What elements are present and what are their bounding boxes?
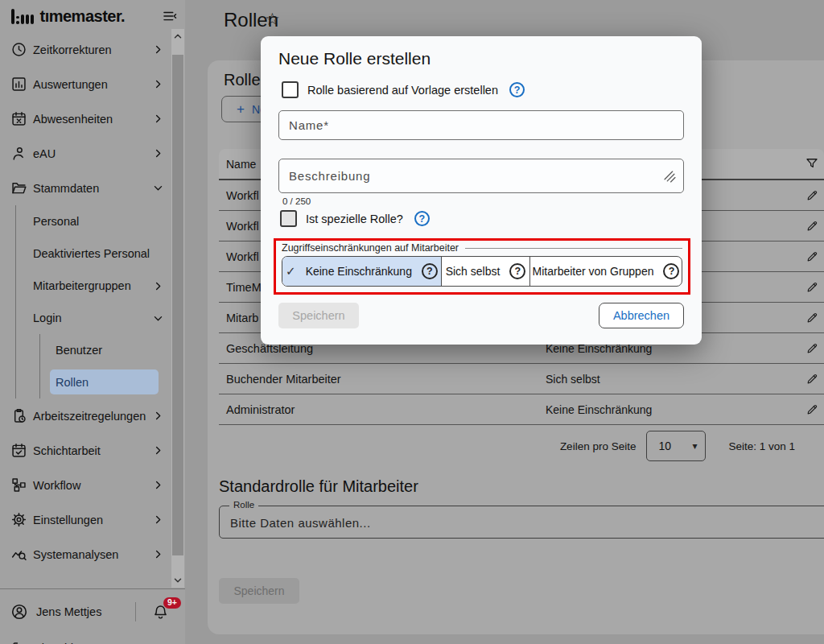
- person-icon: [10, 145, 27, 162]
- resize-handle-icon[interactable]: [664, 171, 676, 183]
- role-description-field: [278, 159, 684, 193]
- chevron-right-icon: [152, 43, 164, 56]
- standard-role-title: Standardrolle für Mitarbeiter: [219, 477, 418, 496]
- new-role-dialog: Neue Rolle erstellen Rolle basierend auf…: [261, 36, 702, 345]
- caret-down-icon: ▾: [692, 440, 697, 452]
- chevron-right-icon: [152, 280, 164, 292]
- bar-chart-icon: [10, 76, 27, 93]
- chevron-right-icon: [152, 479, 164, 491]
- rows-per-page-label: Zeilen pro Seite: [560, 440, 637, 452]
- pagination: Zeilen pro Seite 10 ▾ Seite: 1 von 1: [560, 421, 795, 471]
- rows-per-page-select[interactable]: 10 ▾: [646, 431, 706, 461]
- restrictions-highlight-box: Zugriffseinschränkungen auf Mitarbeiter …: [274, 238, 690, 295]
- help-icon[interactable]: ?: [663, 263, 679, 279]
- sidebar-item-benutzer[interactable]: Benutzer: [0, 334, 185, 366]
- dialog-title: Neue Rolle erstellen: [278, 49, 431, 68]
- scroll-up-icon[interactable]: [173, 31, 183, 41]
- restriction-option-keine-einschraenkung[interactable]: ✓ Keine Einschränkung ?: [282, 257, 441, 286]
- chevron-down-icon: [152, 182, 164, 194]
- edit-pencil-icon[interactable]: [805, 188, 819, 202]
- edit-pencil-icon[interactable]: [805, 402, 819, 416]
- sidebar-item-systemanalysen[interactable]: Systemanalysen: [0, 537, 185, 572]
- sidebar-collapse-icon[interactable]: [162, 8, 178, 24]
- restriction-option-sich-selbst[interactable]: Sich selbst ?: [441, 257, 529, 286]
- chevron-right-icon: [152, 444, 164, 456]
- edit-pencil-icon[interactable]: [805, 219, 819, 233]
- chevron-right-icon: [152, 113, 164, 125]
- restriction-option-mitarbeiter-von-gruppen[interactable]: Mitarbeiter von Gruppen ?: [529, 257, 682, 286]
- standard-role-save-button[interactable]: Speichern: [219, 578, 299, 604]
- user-divider: [135, 602, 136, 621]
- workflow-icon: [10, 477, 27, 493]
- scrollbar-thumb[interactable]: [172, 55, 183, 555]
- standard-role-select-label: Rolle: [229, 500, 258, 510]
- user-menu[interactable]: Jens Mettjes 9+: [0, 597, 185, 626]
- sidebar-item-eau[interactable]: eAU: [0, 136, 185, 171]
- edit-pencil-icon[interactable]: [805, 311, 819, 324]
- scroll-down-icon[interactable]: [173, 576, 183, 585]
- help-icon[interactable]: ?: [422, 263, 438, 279]
- sidebar-item-einstellungen[interactable]: Einstellungen: [0, 502, 185, 537]
- timemaster-logo-icon: [11, 9, 34, 24]
- sidebar-item-deaktiviertes-personal[interactable]: Deaktiviertes Personal: [0, 237, 185, 270]
- edit-pencil-icon[interactable]: [805, 372, 819, 386]
- sidebar-item-mitarbeitergruppen[interactable]: Mitarbeitergruppen: [0, 270, 185, 302]
- analytics-icon: [10, 546, 27, 563]
- template-checkbox[interactable]: [282, 81, 299, 98]
- sidebar-item-abwesenheiten[interactable]: Abwesenheiten: [0, 101, 185, 136]
- sidebar-item-rollen[interactable]: Rollen: [0, 366, 185, 398]
- calendar-x-icon: [10, 110, 27, 127]
- page-info: Seite: 1 von 1: [728, 440, 795, 452]
- calendar-check-icon: [10, 442, 27, 459]
- help-icon[interactable]: ?: [414, 211, 430, 226]
- sidebar-scrollbar[interactable]: [171, 29, 184, 588]
- dialog-save-button[interactable]: Speichern: [278, 303, 359, 328]
- sidebar-item-zeitkorrekturen[interactable]: Zeitkorrekturen: [0, 32, 185, 67]
- user-name: Jens Mettjes: [36, 605, 101, 618]
- logo: tımemaster.: [0, 0, 185, 32]
- notifications-button[interactable]: 9+: [152, 604, 169, 621]
- template-checkbox-row: Rolle basierend auf Vorlage erstellen ?: [282, 81, 525, 98]
- standard-role-select[interactable]: Rolle Bitte Daten auswählen...: [219, 506, 824, 539]
- role-description-input[interactable]: [279, 159, 669, 192]
- gear-icon: [10, 511, 27, 528]
- folder-open-icon: [10, 180, 27, 196]
- dialog-cancel-button[interactable]: Abbrechen: [599, 303, 684, 328]
- logo-wordmark: tımemaster.: [40, 7, 126, 26]
- special-role-checkbox[interactable]: [280, 210, 297, 227]
- notification-badge: 9+: [163, 597, 181, 609]
- clipboard-clock-icon: [10, 407, 27, 424]
- favorite-star-icon[interactable]: ☆: [265, 10, 280, 27]
- restriction-button-group: ✓ Keine Einschränkung ? Sich selbst ? Mi…: [282, 256, 682, 287]
- table-row[interactable]: Buchender Mitarbeiter Sich selbst: [219, 364, 824, 394]
- edit-pencil-icon[interactable]: [805, 250, 819, 263]
- sidebar-item-workflow[interactable]: Workflow: [0, 468, 185, 502]
- sidebar: tımemaster. Zeitkorrekturen Auswertungen…: [0, 0, 185, 644]
- user-circle-icon: [10, 603, 28, 621]
- sidebar-item-auswertungen[interactable]: Auswertungen: [0, 67, 185, 101]
- sidebar-item-abmelden[interactable]: Abmelden: [0, 636, 185, 644]
- plus-icon: +: [237, 102, 245, 116]
- chevron-right-icon: [152, 410, 164, 422]
- sidebar-item-login[interactable]: Login: [0, 302, 185, 334]
- char-counter: 0 / 250: [282, 196, 311, 206]
- column-header-name: Name: [226, 158, 256, 171]
- chevron-down-icon: [152, 312, 164, 324]
- check-icon: ✓: [286, 264, 296, 279]
- edit-pencil-icon[interactable]: [805, 280, 819, 294]
- edit-pencil-icon[interactable]: [805, 341, 819, 355]
- role-name-input[interactable]: [278, 110, 684, 140]
- standard-role-select-placeholder: Bitte Daten auswählen...: [230, 515, 371, 529]
- clock-icon: [10, 41, 27, 58]
- sidebar-footer-divider: [0, 588, 185, 589]
- chevron-right-icon: [152, 548, 164, 560]
- help-icon[interactable]: ?: [509, 82, 525, 97]
- sidebar-item-stammdaten[interactable]: Stammdaten: [0, 171, 185, 205]
- filter-icon[interactable]: [805, 156, 819, 171]
- special-role-checkbox-row: Ist spezielle Rolle? ?: [280, 210, 430, 227]
- chevron-right-icon: [152, 514, 164, 526]
- sidebar-item-personal[interactable]: Personal: [0, 205, 185, 237]
- sidebar-item-arbeitszeitregelungen[interactable]: Arbeitszeitregelungen: [0, 398, 185, 433]
- help-icon[interactable]: ?: [509, 263, 525, 279]
- sidebar-item-schichtarbeit[interactable]: Schichtarbeit: [0, 433, 185, 468]
